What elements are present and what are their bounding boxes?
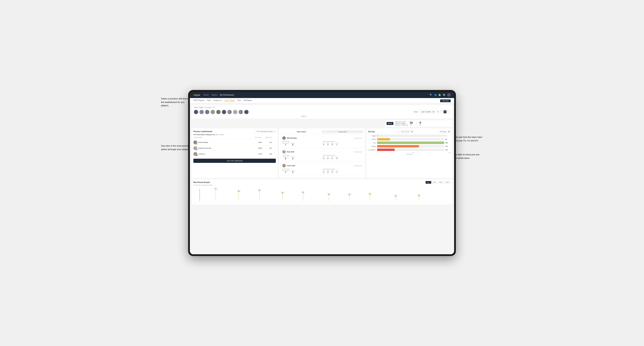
birdies-value: 96 (446, 139, 450, 140)
list-view-btn[interactable]: ≡ (440, 110, 443, 113)
yds-1: 16 yds (410, 121, 413, 126)
nav-home[interactable]: Home (204, 94, 208, 96)
player-avatar-10[interactable] (244, 110, 249, 114)
edit-icon[interactable]: ✏️ (213, 107, 215, 108)
card-header-leaderboard: Practice Leaderboards PUTT Must Make Put… (194, 130, 276, 133)
streaks-chart: % A, Fairway Accuracy 7x 6x 6x (194, 187, 450, 203)
active-player-info-1: Blair McHarg (282, 136, 296, 140)
active-player-info-2: Rees Britt (282, 150, 294, 154)
player-avatar-1[interactable] (194, 110, 198, 114)
shot-stats-card: 198 SC Shot Dist: 16 yds Start Lie: Roug… (385, 120, 452, 127)
streak-3x-1: 3x (394, 195, 398, 201)
rounds-label-3: Total Rounds (282, 169, 322, 170)
player-avg-3: 103 (265, 153, 276, 155)
nav-performance[interactable]: My Performance (220, 94, 234, 96)
bell-icon[interactable]: 🔔 (438, 94, 441, 96)
active-player-3: Josh Coles 26 Aug 2023 Total Rounds Tour (281, 162, 363, 175)
tournament-val-1: 7 (282, 144, 289, 146)
settings-icon[interactable]: ⚙️ (443, 94, 446, 96)
pars-fill (377, 142, 444, 144)
filter-putt[interactable]: PUTT (444, 181, 450, 184)
rank-avatar-3: 3 (194, 152, 197, 156)
shot-info: Shot Dist: 16 yds Start Lie: Rough End L… (395, 121, 408, 126)
user-avatar[interactable] (447, 93, 450, 97)
player-avatar-2[interactable] (199, 110, 204, 114)
show-select[interactable]: Last 3 months (419, 110, 435, 113)
stats-row-2: Total Rounds Tournament 8 Practice (282, 155, 362, 160)
putt-col-3: PUTT 1 (335, 170, 338, 173)
users-icon[interactable]: 👥 (434, 94, 436, 96)
drill-dropdown[interactable]: PUTT Must Make Putting... ▾ (255, 130, 276, 133)
tournament-col-3: Tournament 7 (282, 170, 289, 173)
subnav: PGAT Players PGA Hcaps 1-5 Team Clippd T… (190, 98, 454, 103)
three-col-grid: Practice Leaderboards PUTT Must Make Put… (192, 128, 452, 178)
player-avatar-6[interactable] (222, 110, 226, 114)
bogeys-fill (377, 145, 419, 148)
navbar-links: Home Teams My Performance (204, 94, 430, 96)
player-name-3: Cameron... (198, 153, 206, 155)
active-avatar-2 (282, 150, 286, 154)
leaderboard-title: Practice Leaderboards (194, 131, 212, 133)
annotation-2: See who is the most and least active amo… (161, 144, 192, 151)
streak-4x-1: 4x (327, 193, 330, 201)
shot-stats-section: 198 SC Shot Dist: 16 yds Start Lie: Roug… (192, 120, 452, 127)
team-header: Team Clippd 14 Players ✏️ (192, 105, 452, 119)
search-icon[interactable]: 🔍 (430, 94, 432, 96)
rounds-label-1: Total Rounds (282, 141, 322, 142)
subnav-hcaps[interactable]: Hcaps 1-5 (214, 99, 222, 102)
scoring-filter2[interactable]: All Players (438, 130, 450, 133)
chevron-down-icon: ▾ (274, 131, 274, 132)
card-view-btn[interactable]: ▤ (444, 110, 446, 113)
add-team-button[interactable]: Add Team (440, 99, 450, 102)
team-info-left: Team Clippd 14 Players ✏️ (194, 106, 414, 117)
player-avatar-7[interactable] (227, 110, 232, 114)
bar-pars: Pars 499 (368, 142, 450, 144)
ott-col-1: OTT 0 (322, 143, 325, 146)
subnav-tour[interactable]: Tour (238, 99, 241, 102)
subnav-pga[interactable]: PGA (207, 99, 211, 102)
least-active-tab[interactable]: Least Active (322, 130, 363, 133)
filter-arg[interactable]: ARG (438, 181, 444, 184)
rank-badge-3: 3 (196, 155, 198, 156)
rank-avatar-1: 1 (194, 141, 197, 144)
eagles-label: Eagles (368, 135, 376, 137)
birdies-fill (377, 138, 390, 141)
x-axis-200: 200 (412, 152, 414, 153)
pars-value: 499 (446, 142, 450, 144)
active-name-3: Josh Coles (287, 165, 295, 167)
player-avatar-4[interactable] (210, 110, 215, 114)
nav-teams[interactable]: Teams (212, 94, 217, 96)
view-leaderboard-button[interactable]: View Full Leaderboard (194, 159, 276, 163)
player-avatar-5[interactable] (216, 110, 221, 114)
filter-app[interactable]: APP (432, 181, 437, 184)
practice-activities-group-1: Total Practice Activities OTT 0 APP (322, 141, 362, 146)
player-name-2: Edward Crossman (198, 147, 211, 149)
players-label: Players (194, 115, 414, 117)
player-avatar-8[interactable] (233, 110, 238, 114)
scoring-filter1[interactable]: Par 3, 4 & 5s (399, 130, 413, 133)
subnav-pgat[interactable]: PGAT Players (194, 99, 204, 102)
grid-view-btn[interactable]: ⊞ (436, 110, 439, 113)
stats-row-3: Total Rounds Tournament 7 Practice (282, 169, 362, 173)
navbar-icons: 🔍 👥 🔔 ⚙️ (430, 93, 450, 97)
birdies-track (377, 138, 444, 141)
tournament-col-2: Tournament 8 (282, 156, 289, 160)
player-avatar-3[interactable] (205, 110, 210, 114)
active-player-2: Rees Britt 02 Sep 2023 Total Rounds Tour (281, 149, 363, 161)
player-avatar-9[interactable] (238, 110, 243, 114)
streak-6x-1: 6x (237, 190, 240, 201)
active-date-1: 26 Aug 2023 (354, 137, 362, 139)
leaderboard-subtitle: PUTT Must Make Putting (3-6 ft), Last 3 … (194, 134, 276, 135)
streak-4x-2: 4x (348, 193, 351, 201)
most-active-tab[interactable]: Most Active (281, 130, 322, 133)
filter-view-btn[interactable]: ↕ (447, 110, 450, 113)
yds-2: 0 yds (419, 121, 421, 126)
bar-eagles: Eagles 3 (368, 135, 450, 137)
filter-ott[interactable]: OTT (426, 181, 431, 184)
player-info-2: 2 Edward Crossman (194, 146, 255, 150)
subnav-all-players[interactable]: All Players (244, 99, 252, 102)
activities-cols-1: OTT 0 APP 0 ARG (322, 143, 362, 146)
rank-badge-1: 1 (196, 143, 198, 145)
subnav-team-clippd[interactable]: Team Clippd (224, 99, 235, 102)
player-score-3: 17/20 (255, 153, 265, 155)
